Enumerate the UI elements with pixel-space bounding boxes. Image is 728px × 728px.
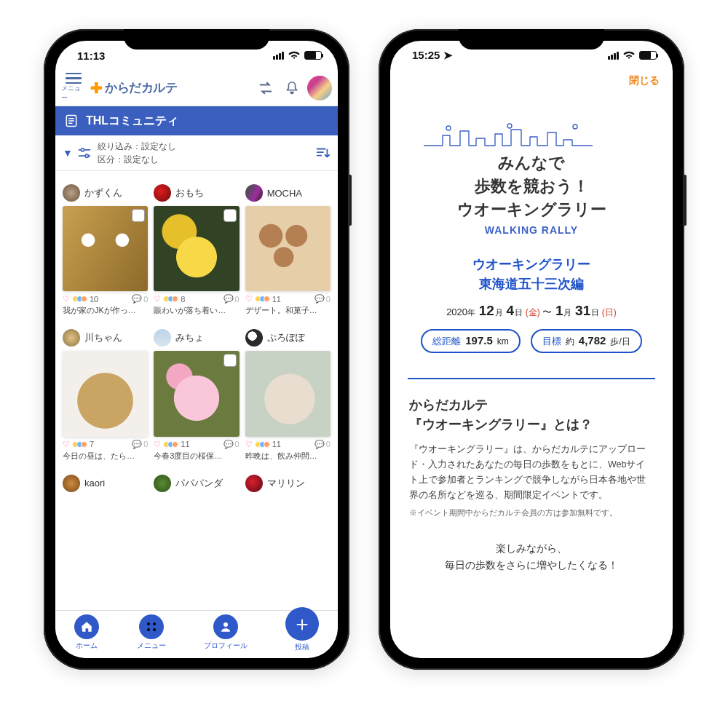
course-line: 東海道五十三次編 [390,274,673,294]
chevron-down-icon[interactable]: ▼ [63,147,73,159]
user-avatar [63,475,80,492]
reaction-badges-icon [163,441,178,448]
post-card[interactable]: かずくん ♡10💬0 我が家のJKが作っ… [63,184,148,316]
heart-icon[interactable]: ♡ [63,440,70,449]
heart-icon[interactable]: ♡ [154,440,161,449]
svg-point-9 [507,124,512,128]
post-card[interactable]: パパパンダ [154,475,239,496]
heart-icon[interactable]: ♡ [63,294,70,304]
select-checkbox[interactable] [223,209,237,222]
feed[interactable]: かずくん ♡10💬0 我が家のJKが作っ… おもち ♡8💬0 賑わいが落ち着い…… [55,171,338,618]
skyline-icon [422,122,641,147]
course-line: ウオーキングラリー [390,255,673,274]
post-card[interactable]: みちょ ♡11💬0 今春3度目の桜保… [154,329,239,461]
event-dates: 2020年 12月 4日 (金) 〜 1月 31日 (日) [390,303,673,319]
comment-icon[interactable]: 💬 [314,440,325,449]
comment-icon[interactable]: 💬 [132,294,142,304]
svg-point-3 [147,622,150,625]
svg-point-4 [153,622,156,625]
post-card[interactable]: ぷろぽぽ ♡11💬0 昨晩は、飲み仲間… [245,329,331,461]
battery-icon [639,51,657,60]
post-card[interactable]: 川ちゃん ♡7💬0 今日の昼は、たら… [63,329,148,461]
pill-value: 4,782 [579,334,606,347]
notifications-button[interactable] [281,77,303,99]
post-card[interactable]: MOCHA ♡11💬0 デザート。和菓子… [245,184,331,316]
post-caption: 賑わいが落ち着い… [154,305,239,316]
post-image[interactable] [245,351,331,436]
post-image[interactable] [63,206,148,291]
comment-icon[interactable]: 💬 [223,440,234,449]
pill-distance: 総距離 197.5km [421,329,521,353]
grid-icon [139,614,164,639]
subtitle: WALKING RALLY [390,224,673,236]
user-avatar [63,329,80,347]
home-icon [74,614,99,639]
post-caption: 我が家のJKが作っ… [63,305,148,316]
comment-icon[interactable]: 💬 [314,294,325,304]
post-card[interactable]: おもち ♡8💬0 賑わいが落ち着い… [154,184,239,316]
phone-right: 15:25 ➤ 閉じる みんなで 歩数を競おう！ ウオーキングラリー WALKI… [379,29,684,670]
pill-label: 総距離 [432,335,461,348]
filter-icon[interactable] [77,146,92,160]
tab-profile[interactable]: プロフィール [204,614,248,651]
avatar[interactable] [307,76,332,100]
sync-button[interactable] [255,77,277,99]
user-name: パパパンダ [175,477,223,490]
post-card[interactable]: マリリン [245,475,331,496]
filter-summary: 絞り込み：設定なし 区分：設定なし [98,140,176,166]
heart-icon[interactable]: ♡ [245,440,253,449]
heart-icon[interactable]: ♡ [245,294,253,304]
stats-pills: 総距離 197.5km 目標 約4,782歩/日 [390,329,673,353]
post-image[interactable] [154,206,239,291]
post-caption: デザート。和菓子… [245,305,331,316]
body-text: 『ウオーキングラリー』は、からだカルテにアップロード・入力されたあなたの毎日の歩… [390,435,673,504]
tab-menu[interactable]: メニュー [137,614,166,651]
select-checkbox[interactable] [132,209,145,222]
filter-bar: ▼ 絞り込み：設定なし 区分：設定なし [55,135,338,171]
comment-count: 0 [235,440,240,448]
comment-count: 0 [326,295,331,304]
status-time: 15:25 ➤ [412,49,453,62]
tab-bar: ホーム メニュー プロフィール ＋ 投稿 [55,610,338,658]
tab-post[interactable]: ＋ 投稿 [285,607,319,652]
post-caption: 昨晩は、飲み仲間… [245,451,331,462]
svg-point-10 [573,124,577,129]
filter-line-2: 区分：設定なし [98,153,176,166]
post-card[interactable]: kaori [63,475,148,496]
svg-point-8 [446,126,451,130]
like-count: 11 [272,440,281,448]
like-count: 8 [181,295,185,304]
select-checkbox[interactable] [223,354,237,367]
close-button[interactable]: 閉じる [629,74,660,87]
heading-line: 『ウオーキングラリー』とは？ [409,415,654,435]
brand-logo[interactable]: ✚ からだカルテ [90,79,177,97]
signal-icon [608,52,619,60]
sort-button[interactable] [314,145,331,161]
status-time: 11:13 [77,50,105,62]
headline: みんなで 歩数を競おう！ ウオーキングラリー [390,151,673,221]
post-image[interactable] [245,206,331,291]
post-caption: 今日の昼は、たら… [63,451,148,462]
course-title: ウオーキングラリー 東海道五十三次編 [390,255,673,294]
svg-point-5 [147,628,150,631]
heart-icon[interactable]: ♡ [154,294,161,304]
comment-icon[interactable]: 💬 [132,440,142,449]
user-avatar [245,329,263,347]
reaction-badges-icon [255,296,270,302]
footnote: ※イベント期間中からだカルテ会員の方は参加無料です。 [390,504,673,518]
svg-point-7 [223,622,228,627]
battery-icon [304,51,322,60]
user-name: ぷろぽぽ [267,331,305,344]
comment-count: 0 [143,440,148,448]
menu-button[interactable]: メニュー [61,73,86,103]
post-image[interactable] [63,351,148,436]
user-name: みちょ [175,331,204,344]
user-name: kaori [84,478,105,488]
pill-goal: 目標 約4,782歩/日 [531,329,642,353]
profile-icon [213,614,238,639]
comment-icon[interactable]: 💬 [223,294,234,304]
post-caption: 今春3度目の桜保… [154,451,239,462]
post-image[interactable] [154,351,239,436]
tab-home[interactable]: ホーム [74,614,99,651]
like-count: 11 [181,440,189,448]
